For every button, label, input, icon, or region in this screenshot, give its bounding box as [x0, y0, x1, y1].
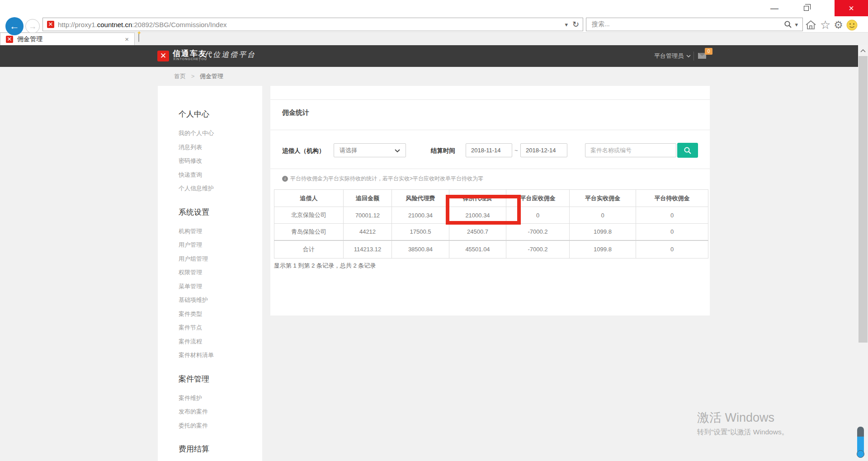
sidebar-item[interactable]: 发布的案件	[179, 405, 262, 419]
sidebar-nav: 个人中心我的个人中心消息列表密码修改快递查询个人信息维护系统设置机构管理用户管理…	[158, 86, 262, 461]
sidebar-item[interactable]: 个人信息维护	[179, 182, 262, 196]
table-cell: 1099.8	[570, 240, 636, 259]
info-icon: i	[282, 176, 288, 182]
table-cell: 1099.8	[570, 224, 636, 240]
settings-gear-icon[interactable]: ⚙	[834, 19, 843, 30]
user-menu[interactable]: 平台管理员	[654, 45, 691, 67]
scrollbar-thumb[interactable]	[859, 56, 868, 343]
table-cell: 0	[636, 240, 708, 259]
table-row: 青岛保险公司4421217500.524500.7-7000.21099.80	[274, 224, 708, 240]
close-button[interactable]: ×	[835, 0, 868, 16]
sidebar-item[interactable]: 案件类型	[179, 307, 262, 321]
table-row: 合计114213.1238500.8445501.04-7000.21099.8…	[274, 240, 708, 259]
sidebar-item[interactable]: 快递查询	[179, 168, 262, 182]
search-button[interactable]	[677, 143, 698, 158]
feedback-smiley-icon[interactable]	[846, 19, 858, 31]
new-tab-icon	[138, 33, 139, 42]
sidebar-item[interactable]: 密码修改	[179, 154, 262, 168]
favorites-star-icon[interactable]: ☆	[820, 19, 830, 30]
tab-commission[interactable]: ✕ 佣金管理 ×	[0, 33, 135, 45]
date-to-input[interactable]	[520, 143, 567, 157]
chevron-down-icon	[395, 149, 400, 152]
forward-button[interactable]: →	[25, 19, 40, 33]
sidebar-item[interactable]: 委托的案件	[179, 419, 262, 433]
sidebar-item[interactable]: 案件维护	[179, 391, 262, 405]
sidebar-item[interactable]: 用户管理	[179, 238, 262, 252]
settle-time-label: 结算时间	[431, 147, 455, 155]
records-summary: 显示第 1 到第 2 条记录，总共 2 条记录	[274, 262, 376, 270]
table-cell: 17500.5	[392, 224, 449, 240]
sidebar-item[interactable]: 我的个人中心	[179, 127, 262, 141]
app-header	[0, 45, 858, 67]
brand-logo-icon: ✕	[157, 51, 169, 61]
table-cell: 0	[570, 207, 636, 224]
activate-windows-hint: 转到"设置"以激活 Windows。	[697, 428, 788, 437]
header-divider	[693, 52, 694, 61]
sidebar-item[interactable]: 机构管理	[179, 225, 262, 239]
sidebar-item[interactable]: 案件流程	[179, 335, 262, 349]
sidebar-section: 系统设置机构管理用户管理用户组管理权限管理菜单管理基础项维护案件类型案件节点案件…	[179, 207, 262, 362]
restore-icon	[804, 6, 809, 11]
browser-toolbar-icons: ☆ ⚙	[805, 18, 868, 32]
brand-name-en: XINTONGCHEYOU	[173, 57, 207, 61]
table-cell: 青岛保险公司	[274, 224, 344, 240]
tab-close-icon[interactable]: ×	[125, 35, 129, 43]
back-button[interactable]: ←	[5, 17, 24, 35]
table-cell: 21000.34	[392, 207, 449, 224]
window-titlebar: — ×	[0, 0, 868, 16]
page-title: 佣金统计	[282, 108, 309, 117]
url-dropdown-icon[interactable]: ▾	[565, 21, 568, 28]
sidebar-item[interactable]: 菜单管理	[179, 280, 262, 294]
sidebar-item[interactable]: 消息列表	[179, 141, 262, 155]
table-cell: 70001.12	[344, 207, 392, 224]
minimize-button[interactable]: —	[759, 0, 790, 16]
table-header-cell: 平台待收佣金	[636, 190, 708, 207]
case-search-input[interactable]	[585, 143, 676, 157]
site-favicon: ✕	[47, 21, 54, 28]
tab-title: 佣金管理	[17, 35, 125, 43]
sidebar-item[interactable]: 案件节点	[179, 321, 262, 335]
home-icon[interactable]	[805, 19, 817, 30]
table-header-cell: 风险代理费	[392, 190, 449, 207]
table-cell: 45501.04	[449, 240, 506, 259]
table-cell: 38500.84	[392, 240, 449, 259]
breadcrumb: 首页 > 佣金管理	[174, 72, 223, 80]
date-from-input[interactable]	[466, 143, 512, 157]
scroll-up-icon[interactable]	[858, 45, 868, 56]
breadcrumb-current: 佣金管理	[200, 73, 223, 80]
table-cell: 合计	[274, 240, 344, 259]
breadcrumb-separator: >	[191, 73, 195, 80]
page-scrollbar[interactable]	[858, 45, 868, 461]
sidebar-item[interactable]: 权限管理	[179, 266, 262, 280]
search-icon[interactable]	[784, 20, 792, 28]
date-range-separator: ~	[514, 147, 518, 154]
browser-search-box[interactable]: 搜索... ▾	[586, 18, 803, 31]
sidebar-section-title: 个人中心	[179, 109, 262, 119]
sidebar-item[interactable]: 案件材料清单	[179, 348, 262, 362]
table-cell: 0	[636, 207, 708, 224]
sidebar-section: 个人中心我的个人中心消息列表密码修改快递查询个人信息维护	[179, 109, 262, 196]
table-cell: -7000.2	[506, 240, 570, 259]
pursuer-select[interactable]: 请选择	[334, 143, 406, 157]
note-text: 平台待收佣金为平台实际待收的统计，若平台实收>平台应收时改单平台待收为零	[290, 175, 483, 183]
divider	[270, 169, 710, 169]
table-header-cell: 平台实收佣金	[570, 190, 636, 207]
new-tab-button[interactable]	[138, 34, 147, 44]
breadcrumb-home[interactable]: 首页	[174, 73, 186, 80]
table-cell: 北京保险公司	[274, 207, 344, 224]
address-bar[interactable]: ✕ http://proxy1.countnet.cn:20892/SBG/Co…	[42, 18, 583, 31]
mail-badge: 0	[705, 48, 712, 55]
search-dropdown-icon[interactable]: ▾	[795, 21, 798, 28]
commission-note: i 平台待收佣金为平台实际待收的统计，若平台实收>平台应收时改单平台待收为零	[282, 175, 483, 183]
red-highlight-box	[446, 195, 521, 225]
user-menu-label: 平台管理员	[654, 52, 684, 60]
brand-slogan: 代位追偿平台	[204, 50, 256, 60]
table-cell: 0	[636, 224, 708, 240]
restore-button[interactable]	[790, 0, 822, 16]
sidebar-section-title: 系统设置	[179, 207, 262, 217]
browser-search-placeholder: 搜索...	[592, 20, 784, 28]
refresh-icon[interactable]: ↻	[572, 19, 579, 29]
sidebar-item[interactable]: 基础项维护	[179, 293, 262, 307]
sidebar-item[interactable]: 用户组管理	[179, 252, 262, 266]
sidebar-section: 案件管理案件维护发布的案件委托的案件	[179, 374, 262, 433]
